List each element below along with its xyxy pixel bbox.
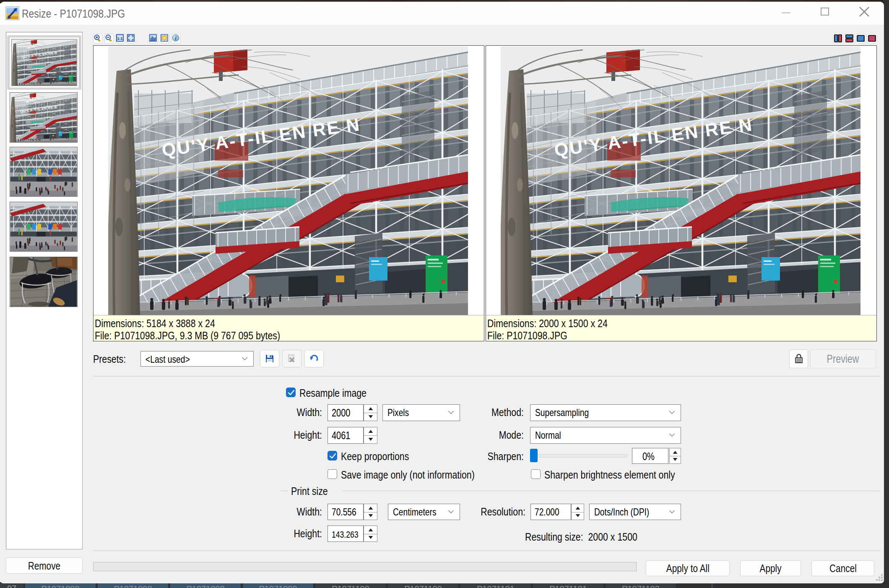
svg-text:1:1: 1:1: [117, 36, 122, 41]
